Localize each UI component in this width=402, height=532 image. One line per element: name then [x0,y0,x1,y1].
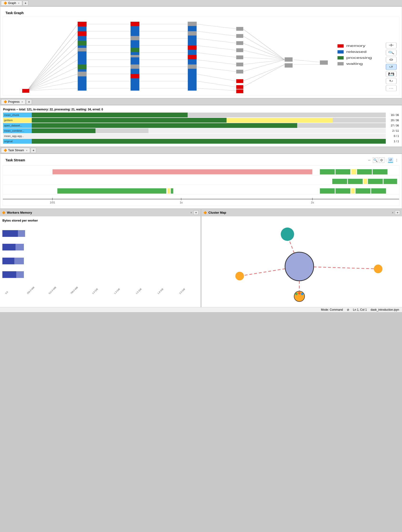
svg-rect-60 [130,22,139,26]
cluster-map-close[interactable]: × [392,211,393,214]
bar-chart-bars [2,224,198,284]
svg-text:1/01: 1/01 [50,201,55,204]
zoom-icon[interactable]: 🔍 [373,158,378,163]
svg-rect-76 [236,56,243,59]
pan-icon[interactable]: ↔ [367,158,372,163]
svg-rect-62 [130,48,139,52]
svg-rect-122 [384,179,397,184]
tab-progress-close[interactable]: × [21,100,23,103]
progress-bar-area [32,128,386,133]
tab-task-stream-close[interactable]: × [26,149,27,152]
progress-count: 1 / 1 [386,140,399,143]
cluster-map-header: 🔶 Cluster Map × + [201,209,402,216]
task-graph-svg: memory released processing waiting ✛ 🔍 ⚙… [3,17,399,95]
svg-rect-130 [371,188,386,194]
progress-row: open_dataset... 27 / 36 [3,123,399,128]
svg-text:released: released [346,50,367,53]
svg-rect-73 [236,34,243,38]
tab-graph-label: Graph [8,1,16,5]
svg-rect-82 [284,57,292,62]
task-stream-tab-bar: 🔶 Task Stream × + [0,147,402,154]
svg-rect-57 [78,64,87,69]
cluster-map-add[interactable]: + [395,210,400,215]
svg-point-143 [285,252,314,281]
svg-rect-55 [78,41,87,45]
progress-tab-add[interactable]: + [26,99,32,104]
tab-progress[interactable]: 🔶 Progress × [1,99,25,104]
progress-count: 2 / 11 [386,129,399,132]
svg-rect-58 [78,72,87,76]
task-stream-svg: 1/01 1s 2s [3,166,399,204]
svg-point-144 [281,228,294,241]
svg-rect-74 [236,41,243,45]
progress-bar-area [32,118,386,123]
progress-container: Progress -- total: 121, in-memory: 22, p… [0,105,402,146]
wheel-icon[interactable]: ⚙ [379,158,384,163]
bytes-chart-title: Bytes stored per worker [2,219,198,222]
task-graph-panel: Task Graph [0,6,402,98]
cluster-map-title: Cluster Map [208,211,390,214]
more-icon[interactable]: ⋮ [394,158,399,163]
task-graph-area: memory released processing waiting ✛ 🔍 ⚙… [3,17,399,95]
svg-rect-129 [355,188,370,194]
svg-rect-68 [188,31,197,36]
svg-rect-86 [338,44,344,48]
svg-rect-121 [368,179,383,184]
svg-rect-71 [188,64,197,69]
svg-point-149 [298,292,301,294]
svg-rect-78 [236,70,243,74]
task-stream-area: 1/01 1s 2s [3,165,399,206]
progress-bar-area [32,123,386,128]
svg-text:···: ··· [389,87,393,90]
svg-text:↻: ↻ [389,80,393,83]
svg-rect-112 [53,169,312,174]
tab-graph-close[interactable]: × [18,2,19,5]
svg-rect-64 [130,64,139,69]
status-mode: Mode: Command [321,308,343,311]
tab-task-stream[interactable]: 🔶 Task Stream × [1,148,30,153]
progress-label: getitem [3,118,32,123]
svg-rect-119 [348,179,363,184]
status-file: dask_introduction.ipyn [371,308,399,311]
svg-rect-69 [188,45,197,50]
svg-rect-115 [351,169,356,174]
svg-point-148 [295,293,298,295]
svg-rect-128 [351,188,355,194]
tab-task-stream-label: Task Stream [8,149,24,152]
tab-progress-label: Progress [8,100,19,103]
refresh-icon[interactable]: ↺ [388,158,393,163]
svg-rect-61 [130,36,139,40]
tab-graph[interactable]: 🔶 Graph × [1,0,22,6]
progress-label: mean_agg-agg... [3,133,32,138]
cluster-map-area [201,216,402,307]
bar-row [2,229,198,238]
progress-row: mean_chunk 16 / 36 [3,113,399,117]
progress-header: Progress -- total: 121, in-memory: 22, p… [3,108,399,111]
progress-bar-area [32,113,386,117]
svg-rect-72 [236,27,243,31]
workers-memory-title: Workers Memory [7,211,189,214]
cluster-map-svg [204,219,400,307]
svg-rect-84 [320,60,328,65]
svg-text:↺: ↺ [389,65,393,68]
svg-rect-79 [236,79,243,83]
tab-add-button[interactable]: + [23,0,28,6]
svg-rect-81 [236,89,243,93]
workers-memory-close[interactable]: × [190,211,192,214]
progress-label: mean_chunk [3,113,32,117]
svg-rect-92 [338,62,344,65]
svg-rect-114 [335,169,350,174]
svg-rect-113 [320,169,335,174]
svg-rect-54 [78,31,87,36]
progress-count: 0 / 1 [386,134,399,137]
status-position: Ln 1, Col 1 [353,308,367,311]
svg-text:💾: 💾 [388,72,395,76]
progress-count: 16 / 36 [386,114,399,116]
svg-rect-123 [57,188,166,194]
progress-row: getitem 20 / 36 [3,118,399,123]
cluster-map-icon: 🔶 [203,211,207,214]
progress-count: 20 / 36 [386,119,399,122]
workers-memory-add[interactable]: + [193,210,199,215]
task-stream-tab-add[interactable]: + [31,148,36,153]
svg-rect-124 [167,188,170,194]
